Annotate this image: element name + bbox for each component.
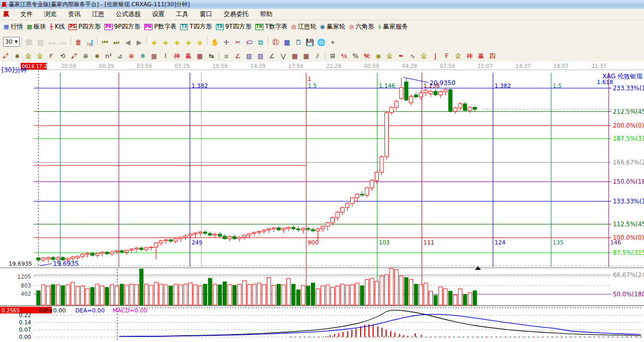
angle-line-icon[interactable]: ∠ xyxy=(266,51,278,61)
angle-mirror-icon[interactable]: ⊿ xyxy=(114,51,126,61)
cycle-ratio-label: 1 xyxy=(308,76,311,83)
calendar-21-icon[interactable]: ㉑ xyxy=(270,38,281,47)
star-teal-icon[interactable]: ❋ xyxy=(137,51,148,61)
toolbar-item-gann-wheel[interactable]: ◎江恩轮 xyxy=(291,22,317,31)
bars9-disabled-icon[interactable]: ₘ₉ xyxy=(58,38,69,47)
toolbar-item-kline[interactable]: ╫K线 xyxy=(50,22,65,31)
first-page-icon[interactable]: ⏮ xyxy=(99,38,111,47)
pencil2-icon[interactable]: 🖍 xyxy=(68,51,80,61)
binoculars-icon[interactable]: ⌖ xyxy=(327,38,338,47)
f-angle-icon[interactable]: F xyxy=(441,51,453,61)
gann-grid-icon[interactable]: ⧻ xyxy=(11,51,23,61)
diamond-left-icon[interactable]: ◈ xyxy=(148,38,160,47)
gold-angle2-icon[interactable]: 金 xyxy=(453,51,464,61)
globe-icon[interactable]: 🌐 xyxy=(316,38,327,47)
fan-box2-icon[interactable]: ▧ xyxy=(255,51,266,61)
9t-square-icon: T9 xyxy=(216,24,224,30)
window-titlebar[interactable]: 赢 赢家江恩专业版[赢家内部服务平台] - [伦敦银现 CRXAG-111[30… xyxy=(0,0,644,9)
si-angle-icon[interactable]: 四 xyxy=(487,51,498,61)
wave-mark-icon[interactable]: ⌇ xyxy=(160,51,171,61)
parallel-lines-icon[interactable]: ⫽ xyxy=(312,51,323,61)
prev-page-icon[interactable]: ◀ xyxy=(122,38,133,47)
gold-lines-icon[interactable]: 金 xyxy=(384,51,395,61)
spiral-icon[interactable]: ⟲ xyxy=(57,51,68,61)
percent-icon[interactable]: % xyxy=(350,51,361,61)
menu-item-4[interactable]: 公式选股 xyxy=(110,10,146,18)
zigzag-icon[interactable]: ⋁ xyxy=(278,51,289,61)
percent-red-icon[interactable]: ℀ xyxy=(361,51,373,61)
ying-tool-icon[interactable]: 赢 xyxy=(183,51,194,61)
toolbar-item-sectors[interactable]: ▩板块 xyxy=(26,22,46,31)
toolbar-item-9p-square[interactable]: P99P四方形 xyxy=(104,22,140,31)
rays-red-icon[interactable]: ∠ xyxy=(232,51,243,61)
save-icon[interactable]: 💾 xyxy=(304,38,316,47)
chart-area[interactable]: 20:5900:2903:5907:2910:5914:2917:5921:29… xyxy=(0,62,644,342)
toolbar-item-t-square[interactable]: T3T四方形 xyxy=(180,22,212,31)
last-page-icon[interactable]: ⏭ xyxy=(111,38,122,47)
gold-ruler1-icon[interactable]: 金 xyxy=(23,51,34,61)
target-red-icon[interactable]: ⊕ xyxy=(126,51,137,61)
n-square-icon[interactable]: n² xyxy=(103,51,114,61)
ying-angle-icon[interactable]: 赢 xyxy=(475,51,487,61)
fan-box1-icon[interactable]: ▨ xyxy=(243,51,255,61)
grid-dark1-icon[interactable]: ▦ xyxy=(289,51,300,61)
toolbar-item-p-square[interactable]: PSP四方形 xyxy=(68,22,101,31)
gold-ruler2-icon[interactable]: 金 xyxy=(34,51,46,61)
menu-item-9[interactable]: 帮助 xyxy=(254,10,278,18)
list-disabled-icon[interactable]: ▤ xyxy=(35,38,46,47)
gold-circle-icon[interactable]: ◉ xyxy=(373,51,384,61)
period-dropdown[interactable]: 30 ▼ xyxy=(3,37,20,47)
notepad-icon[interactable]: 🗒 xyxy=(293,38,304,47)
toolbar-item-9t-square[interactable]: T99T四方形 xyxy=(216,22,252,31)
toolbar-item-hexagon[interactable]: ◎六角形 xyxy=(349,22,374,31)
hand-tool-icon[interactable]: ✋ xyxy=(209,38,221,47)
menu-item-2[interactable]: 资讯 xyxy=(62,10,86,18)
diamond-up-icon[interactable]: ◈ xyxy=(171,38,183,47)
wave-lines-icon[interactable]: ∿ xyxy=(407,51,418,61)
shen-angle-icon[interactable]: 神 xyxy=(464,51,475,61)
delete-kline-icon[interactable]: 🗑 xyxy=(73,38,84,47)
shen-tool-icon[interactable]: 神 xyxy=(171,51,183,61)
toolbar-item-p-digit-table[interactable]: PNP数字表 xyxy=(144,22,177,31)
toolbar-item-winner-service[interactable]: $赢家服务 xyxy=(378,22,408,31)
circle-cycle-icon[interactable]: ⊕ xyxy=(80,51,91,61)
span-arrows-icon[interactable]: ↹ xyxy=(205,51,217,61)
zoom-out-disabled-icon[interactable]: 🕸 xyxy=(23,38,35,47)
diamond-right-icon[interactable]: ◈ xyxy=(160,38,171,47)
brush-red-icon[interactable]: 🖍 xyxy=(0,51,11,61)
9p-square-icon: P9 xyxy=(104,24,112,30)
menu-item-5[interactable]: 设置 xyxy=(146,10,170,18)
toolbar-item-quotes[interactable]: ▦行情 xyxy=(4,22,23,31)
bars3-disabled-icon[interactable]: ₘ₃ xyxy=(46,38,58,47)
menu-item-3[interactable]: 江恩 xyxy=(86,10,110,18)
menu-item-0[interactable]: 文件 xyxy=(15,10,38,18)
crosshair-tool-icon[interactable]: ✛ xyxy=(221,38,232,47)
percent-line-icon[interactable]: ⅍ xyxy=(338,51,350,61)
tick-ruler-icon[interactable]: ⧻ xyxy=(91,51,103,61)
next-page-icon[interactable]: ▶ xyxy=(133,38,145,47)
grid123-icon[interactable]: ▦ xyxy=(194,51,205,61)
box-ruler-icon[interactable]: ⧈ xyxy=(221,51,232,61)
block-tool-icon[interactable]: ⧉ xyxy=(255,38,266,47)
tag-tool-icon[interactable]: 🏷 xyxy=(243,38,255,47)
f-ruler-icon[interactable]: Ｆ xyxy=(46,51,57,61)
chart-svg[interactable]: 20:5900:2903:5907:2910:5914:2917:5921:29… xyxy=(0,62,644,342)
gold-angle-icon[interactable]: 金 xyxy=(418,51,430,61)
time-tick: 14:37 xyxy=(516,63,531,69)
toolbar-item-t-digit-table[interactable]: TNT数字表 xyxy=(255,22,288,31)
menu-item-7[interactable]: 窗口 xyxy=(194,10,218,18)
grid-dark2-icon[interactable]: ▦ xyxy=(300,51,312,61)
menu-item-6[interactable]: 工具 xyxy=(170,10,194,18)
j-angle-icon[interactable]: J xyxy=(430,51,441,61)
diamond-down-icon[interactable]: ◈ xyxy=(183,38,194,47)
color-histogram-icon[interactable]: 📊 xyxy=(84,38,95,47)
toolbar-item-winner-wheel[interactable]: ◉赢家轮 xyxy=(320,22,346,31)
grid-box-icon[interactable]: ▩ xyxy=(148,51,160,61)
diamond-all-icon[interactable]: ◈ xyxy=(194,38,205,47)
scale-table-icon[interactable]: ⊞ xyxy=(327,51,338,61)
menu-item-1[interactable]: 浏览 xyxy=(38,10,62,18)
ink-brush-icon[interactable]: ✒ xyxy=(395,51,407,61)
cut-tool-icon[interactable]: ✂ xyxy=(232,38,243,47)
data-table-icon[interactable]: ▦ xyxy=(281,38,293,47)
menu-item-8[interactable]: 交易委托 xyxy=(218,10,254,18)
